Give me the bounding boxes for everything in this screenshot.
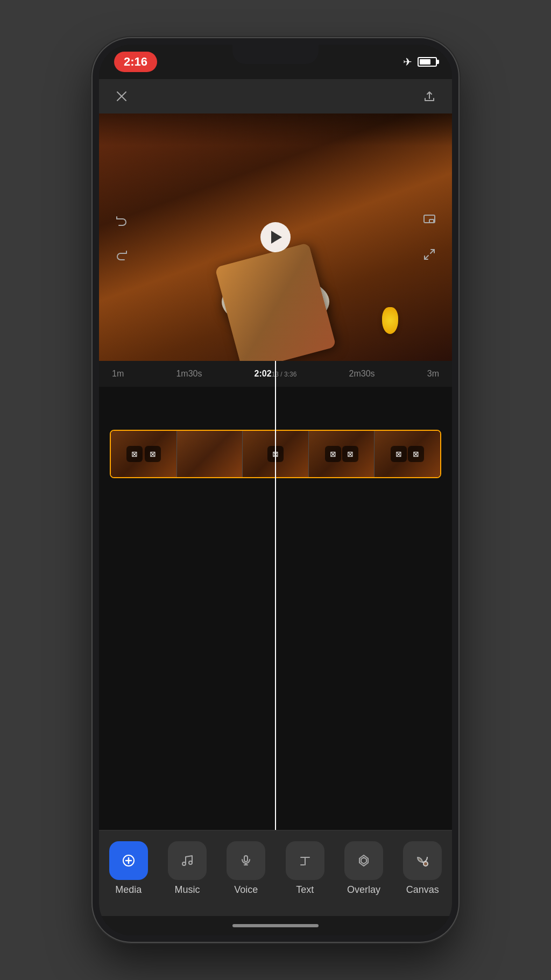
honey-visual: [382, 307, 398, 334]
text-icon: [299, 854, 312, 867]
svg-line-4: [430, 250, 434, 253]
toolbar-item-canvas[interactable]: Canvas: [403, 841, 442, 896]
speed-icon-5: ⊠: [342, 446, 358, 462]
toolbar-items: Media Music: [99, 841, 452, 896]
timeline-area[interactable]: ⊠ ⊠ ⊠ ⊠ ⊠: [99, 387, 452, 830]
fullscreen-icon: [423, 248, 436, 261]
voice-icon-bg: [227, 841, 265, 880]
music-label: Music: [174, 884, 200, 896]
playhead-line-ruler: [275, 361, 276, 387]
svg-rect-11: [244, 856, 248, 862]
close-icon: [115, 90, 128, 103]
pip-button[interactable]: [420, 210, 439, 230]
screen: 2:16 ✈: [99, 45, 452, 935]
ruler-mark-3m: 3m: [427, 369, 439, 379]
track-segment-4[interactable]: ⊠ ⊠: [309, 431, 375, 477]
pip-icon: [423, 214, 436, 226]
speed-icon-2: ⊠: [145, 446, 161, 462]
track-segment-5[interactable]: ⊠ ⊠: [375, 431, 440, 477]
ruler-mark-1m30s: 1m30s: [176, 369, 202, 379]
toolbar-item-media[interactable]: Media: [109, 841, 148, 896]
battery-fill: [420, 59, 430, 65]
right-controls: [420, 210, 439, 264]
track-segment-2[interactable]: [177, 431, 243, 477]
speed-icon-4: ⊠: [325, 446, 341, 462]
svg-point-10: [189, 861, 192, 864]
music-icon-bg: [168, 841, 207, 880]
media-plus-icon: [122, 854, 135, 867]
top-bar: [99, 79, 452, 113]
editor-content: 1m 1m30s 2:0213 / 3:36 2m30s 3m ⊠: [99, 79, 452, 935]
overlay-icon-bg: [344, 841, 383, 880]
video-background: [99, 113, 452, 361]
video-overlay: [99, 113, 452, 146]
toolbar-item-text[interactable]: Text: [286, 841, 324, 896]
status-time: 2:16: [114, 52, 157, 72]
mic-icon: [239, 854, 252, 867]
video-preview: [99, 113, 452, 361]
canvas-icon-bg: [403, 841, 442, 880]
canvas-label: Canvas: [406, 884, 439, 896]
bottom-toolbar: Media Music: [99, 830, 452, 916]
overlay-icon: [357, 854, 370, 867]
redo-icon: [115, 248, 128, 261]
status-bar: 2:16 ✈: [99, 45, 452, 79]
notch: [232, 45, 319, 64]
svg-rect-3: [429, 219, 434, 223]
speed-icon-7: ⊠: [408, 446, 424, 462]
left-controls: [112, 210, 131, 264]
media-label: Media: [115, 884, 142, 896]
ruler-mark-2m30s: 2m30s: [349, 369, 375, 379]
battery-icon: [418, 57, 437, 67]
svg-marker-18: [361, 857, 366, 864]
text-icon-bg: [286, 841, 324, 880]
track-segment-1[interactable]: ⊠ ⊠: [111, 431, 177, 477]
voice-label: Voice: [234, 884, 258, 896]
redo-button[interactable]: [112, 245, 131, 264]
track-thumb-2: [177, 431, 243, 477]
home-indicator: [99, 916, 452, 935]
media-icon-bg: [109, 841, 148, 880]
toolbar-item-voice[interactable]: Voice: [227, 841, 265, 896]
ruler-mark-1m: 1m: [112, 369, 124, 379]
music-icon: [181, 854, 194, 867]
bread-visual: [215, 243, 336, 361]
undo-button[interactable]: [112, 210, 131, 230]
home-bar: [232, 924, 319, 927]
speed-icon-6: ⊠: [391, 446, 407, 462]
overlay-label: Overlay: [347, 884, 380, 896]
svg-line-5: [425, 255, 428, 259]
svg-point-9: [182, 862, 186, 865]
fullscreen-button[interactable]: [420, 245, 439, 264]
play-icon: [271, 231, 282, 244]
airplane-icon: ✈: [403, 55, 412, 68]
canvas-icon: [416, 854, 429, 867]
toolbar-item-overlay[interactable]: Overlay: [344, 841, 383, 896]
share-icon: [423, 90, 436, 103]
timeline-ruler: 1m 1m30s 2:0213 / 3:36 2m30s 3m: [99, 361, 452, 387]
close-button[interactable]: [112, 87, 131, 106]
status-icons: ✈: [403, 55, 437, 68]
svg-point-19: [423, 862, 428, 866]
track-thumb-5: [375, 431, 440, 477]
playhead-vertical: [275, 387, 276, 830]
track-thumb-4: [309, 431, 375, 477]
undo-icon: [115, 214, 128, 226]
track-thumb-1: [111, 431, 176, 477]
toolbar-item-music[interactable]: Music: [168, 841, 207, 896]
phone-shell: 2:16 ✈: [93, 38, 458, 942]
play-button[interactable]: [260, 222, 291, 252]
share-button[interactable]: [420, 87, 439, 106]
text-label: Text: [296, 884, 314, 896]
speed-icon-1: ⊠: [126, 446, 143, 462]
